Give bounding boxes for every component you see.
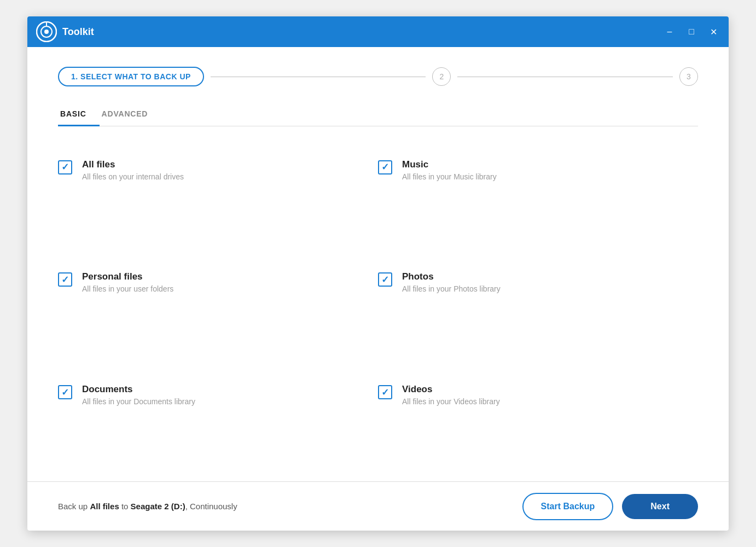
tab-bar: BASIC ADVANCED bbox=[58, 104, 698, 126]
app-title: Toolkit bbox=[62, 26, 663, 38]
option-all-files[interactable]: ✓ All files All files on your internal d… bbox=[58, 144, 378, 257]
checkbox-photos[interactable]: ✓ bbox=[378, 272, 392, 287]
maximize-button[interactable]: □ bbox=[685, 25, 698, 38]
close-button[interactable]: ✕ bbox=[707, 25, 720, 38]
option-all-files-desc: All files on your internal drives bbox=[82, 172, 184, 181]
option-personal-files-desc: All files in your user folders bbox=[82, 284, 173, 293]
option-videos-title: Videos bbox=[402, 384, 500, 395]
footer-status: Back up All files to Seagate 2 (D:), Con… bbox=[58, 502, 522, 511]
option-all-files-title: All files bbox=[82, 159, 184, 170]
option-videos[interactable]: ✓ Videos All files in your Videos librar… bbox=[378, 369, 698, 481]
option-photos[interactable]: ✓ Photos All files in your Photos librar… bbox=[378, 256, 698, 369]
checkbox-documents[interactable]: ✓ bbox=[58, 385, 72, 399]
option-photos-desc: All files in your Photos library bbox=[402, 284, 501, 293]
step-line-1 bbox=[211, 77, 426, 77]
option-videos-desc: All files in your Videos library bbox=[402, 397, 500, 406]
tab-basic[interactable]: BASIC bbox=[58, 104, 100, 126]
footer-buttons: Start Backup Next bbox=[522, 493, 698, 520]
check-icon: ✓ bbox=[61, 388, 69, 397]
svg-point-2 bbox=[44, 30, 49, 34]
option-documents-desc: All files in your Documents library bbox=[82, 397, 195, 406]
option-documents[interactable]: ✓ Documents All files in your Documents … bbox=[58, 369, 378, 481]
options-grid: ✓ All files All files on your internal d… bbox=[58, 144, 698, 482]
step-1-label: 1. SELECT WHAT TO BACK UP bbox=[58, 67, 204, 86]
checkbox-videos[interactable]: ✓ bbox=[378, 385, 392, 399]
check-icon: ✓ bbox=[381, 162, 389, 172]
option-music-title: Music bbox=[402, 159, 497, 170]
check-icon: ✓ bbox=[61, 275, 69, 284]
step-2-circle: 2 bbox=[432, 67, 451, 86]
footer: Back up All files to Seagate 2 (D:), Con… bbox=[27, 481, 729, 531]
option-documents-title: Documents bbox=[82, 384, 195, 395]
stepper: 1. SELECT WHAT TO BACK UP 2 3 bbox=[58, 67, 698, 86]
option-personal-files-title: Personal files bbox=[82, 271, 173, 282]
checkbox-music[interactable]: ✓ bbox=[378, 160, 392, 174]
tab-advanced[interactable]: ADVANCED bbox=[100, 104, 161, 126]
app-logo-icon bbox=[36, 21, 57, 42]
footer-bold-files: All files bbox=[90, 502, 119, 511]
step-line-2 bbox=[457, 77, 673, 77]
app-window: Toolkit – □ ✕ 1. SELECT WHAT TO BACK UP … bbox=[27, 16, 729, 531]
start-backup-button[interactable]: Start Backup bbox=[522, 493, 614, 520]
window-controls: – □ ✕ bbox=[663, 25, 720, 38]
minimize-button[interactable]: – bbox=[663, 25, 676, 38]
check-icon: ✓ bbox=[381, 388, 389, 397]
next-button[interactable]: Next bbox=[622, 494, 698, 519]
footer-bold-drive: Seagate 2 (D:) bbox=[131, 502, 185, 511]
check-icon: ✓ bbox=[61, 162, 69, 172]
option-music[interactable]: ✓ Music All files in your Music library bbox=[378, 144, 698, 257]
check-icon: ✓ bbox=[381, 275, 389, 284]
checkbox-all-files[interactable]: ✓ bbox=[58, 160, 72, 174]
checkbox-personal-files[interactable]: ✓ bbox=[58, 272, 72, 287]
option-photos-title: Photos bbox=[402, 271, 501, 282]
titlebar: Toolkit – □ ✕ bbox=[27, 16, 729, 47]
main-content: 1. SELECT WHAT TO BACK UP 2 3 BASIC ADVA… bbox=[27, 47, 729, 481]
option-personal-files[interactable]: ✓ Personal files All files in your user … bbox=[58, 256, 378, 369]
option-music-desc: All files in your Music library bbox=[402, 172, 497, 181]
step-3-circle: 3 bbox=[679, 67, 698, 86]
